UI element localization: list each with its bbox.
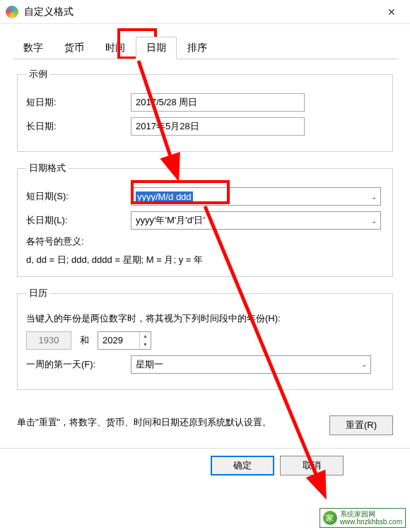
long-date-format-value: yyyy'年'M'月'd'日' (131, 214, 368, 227)
short-date-format-value: yyyy/M/d ddd (131, 191, 368, 202)
year-to-spinner[interactable]: 2029 ▲ ▼ (98, 331, 151, 350)
long-date-format-label: 长日期(L): (26, 214, 131, 227)
short-date-format-label: 短日期(S): (26, 190, 131, 203)
first-day-label: 一周的第一天(F): (26, 358, 131, 371)
window-title: 自定义格式 (24, 6, 379, 18)
chevron-down-icon: ⌄ (358, 360, 370, 368)
cancel-button[interactable]: 取消 (280, 456, 344, 475)
calendar-group: 日历 当键入的年份是两位数字时，将其视为下列时间段中的年份(H): 1930 和… (17, 287, 393, 389)
long-date-example-value: 2017年5月28日 (131, 117, 305, 136)
close-button[interactable]: ✕ (379, 2, 404, 22)
first-day-value: 星期一 (131, 358, 358, 371)
year-from-input: 1930 (26, 331, 71, 350)
ok-button[interactable]: 确定 (211, 456, 274, 475)
globe-icon (6, 6, 18, 18)
reset-area: 单击"重置"，将数字、货币、时间和日期还原到系统默认设置。 重置(R) (0, 415, 410, 435)
tab-number[interactable]: 数字 (13, 37, 54, 59)
tab-sort[interactable]: 排序 (177, 37, 218, 59)
date-format-legend: 日期格式 (26, 162, 69, 175)
dialog-button-row: 确定 取消 (0, 448, 410, 483)
watermark-logo-icon: 家 (323, 511, 337, 525)
example-legend: 示例 (26, 68, 50, 81)
tab-date[interactable]: 日期 (136, 37, 177, 59)
tab-bar: 数字 货币 时间 日期 排序 (0, 24, 410, 59)
short-date-format-combo[interactable]: yyyy/M/d ddd ⌄ (131, 187, 381, 206)
tab-content: 示例 短日期: 2017/5/28 周日 长日期: 2017年5月28日 日期格… (0, 59, 410, 390)
reset-description: 单击"重置"，将数字、货币、时间和日期还原到系统默认设置。 (17, 415, 329, 430)
and-label: 和 (80, 334, 89, 347)
watermark-url: www.hnzkhbsb.com (340, 518, 402, 526)
chevron-down-icon: ⌄ (368, 217, 380, 225)
spinner-down-icon[interactable]: ▼ (140, 341, 151, 349)
watermark: 家 系统家园网 www.hnzkhbsb.com (320, 508, 406, 528)
reset-button[interactable]: 重置(R) (329, 415, 393, 435)
long-date-example-label: 长日期: (26, 120, 131, 133)
date-format-group: 日期格式 短日期(S): yyyy/M/d ddd ⌄ 长日期(L): yyyy… (17, 162, 393, 277)
short-date-example-label: 短日期: (26, 96, 131, 109)
first-day-combo[interactable]: 星期一 ⌄ (131, 355, 371, 374)
symbols-meaning-text: d, dd = 日; ddd, dddd = 星期; M = 月; y = 年 (26, 254, 384, 266)
title-bar: 自定义格式 ✕ (0, 0, 410, 24)
short-date-example-value: 2017/5/28 周日 (131, 93, 305, 112)
symbols-meaning-label: 各符号的意义: (26, 235, 384, 248)
close-icon: ✕ (387, 6, 396, 18)
example-group: 示例 短日期: 2017/5/28 周日 长日期: 2017年5月28日 (17, 68, 393, 152)
two-digit-year-label: 当键入的年份是两位数字时，将其视为下列时间段中的年份(H): (26, 312, 384, 325)
year-to-value: 2029 (98, 332, 139, 349)
calendar-legend: 日历 (26, 287, 50, 300)
long-date-format-combo[interactable]: yyyy'年'M'月'd'日' ⌄ (131, 211, 381, 230)
watermark-name: 系统家园网 (340, 510, 402, 518)
tab-currency[interactable]: 货币 (54, 37, 95, 59)
spinner-up-icon[interactable]: ▲ (140, 332, 151, 341)
chevron-down-icon: ⌄ (368, 193, 380, 201)
tab-time[interactable]: 时间 (95, 37, 136, 59)
